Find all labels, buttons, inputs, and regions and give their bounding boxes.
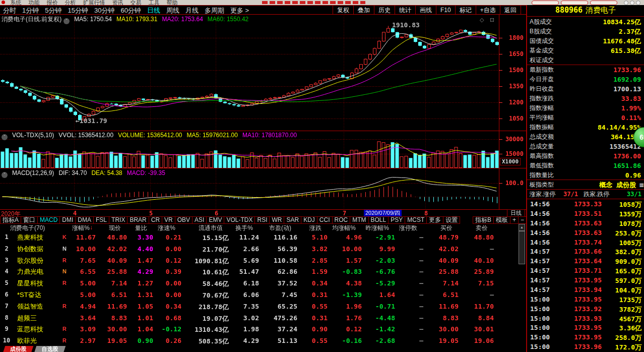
column-header-涨速%[interactable]: 涨速%: [158, 224, 175, 232]
indicator-tab-CR[interactable]: CR: [149, 216, 162, 224]
indicator-tab-ASI[interactable]: ASI: [192, 216, 207, 224]
indicator-tab-MACD[interactable]: MACD: [37, 216, 60, 224]
indicator-tab-VOL-TDX[interactable]: VOL-TDX: [224, 216, 255, 224]
toolbar-button-复权[interactable]: 复权: [333, 6, 354, 15]
stock-name[interactable]: 力鼎光电: [17, 267, 43, 276]
topbar-pill-button[interactable]: [532, 1, 559, 5]
menu-item-报价[interactable]: 报价: [46, 0, 57, 5]
table-row[interactable]: 9蓝思科技R3.0930.001.04-0.121310.43亿1.9837.2…: [0, 324, 518, 335]
column-header-涨跌[interactable]: 涨跌: [309, 224, 321, 232]
table-scrollbar[interactable]: ▲: [518, 224, 526, 347]
indicator-tab-SAR[interactable]: SAR: [284, 216, 301, 224]
column-header-换手%[interactable]: 换手%: [235, 224, 253, 232]
table-row[interactable]: 5星星科技R5.007.141.270.0058.46亿6.1837.520.3…: [0, 278, 518, 289]
diamond-mark-icon[interactable]: ◇: [480, 17, 484, 23]
scrollbar-up-arrow-icon[interactable]: ▲: [519, 224, 525, 231]
stock-name[interactable]: 协创数据: [17, 245, 43, 254]
toolbar-button-叠加[interactable]: 叠加: [354, 6, 374, 15]
chevron-down-icon[interactable]: ˇ: [2, 172, 8, 178]
indicator-tab-FSL[interactable]: FSL: [93, 216, 109, 224]
indicator-tab-更多[interactable]: 更多: [426, 216, 443, 224]
table-row[interactable]: 4力鼎光电N6.5525.884.290.3910.61亿51.4762.861…: [0, 266, 518, 278]
expand-window-icon[interactable]: ⊡: [490, 17, 494, 23]
menu-item-扩展行情[interactable]: 扩展行情: [83, 0, 105, 5]
tab-watchlist[interactable]: 自选股: [34, 346, 66, 352]
toolbar-button-统计[interactable]: 统计: [395, 6, 416, 15]
stock-name[interactable]: 星星科技: [17, 279, 43, 288]
period-indicator[interactable]: 日线: [507, 209, 525, 217]
table-row[interactable]: 8超频三3.648.831.010.6819.07亿3.02475.260.31…: [0, 313, 518, 324]
window-close-icon[interactable]: [636, 1, 640, 5]
indicator-tab-EMV[interactable]: EMV: [206, 216, 224, 224]
topbar-pill-button[interactable]: [590, 1, 617, 5]
stock-name[interactable]: 欧菲光: [17, 336, 37, 345]
indicator-tab-指标B[interactable]: 指标B: [473, 216, 494, 224]
indicator-tab-KDJ[interactable]: KDJ: [301, 216, 317, 224]
grid-icon[interactable]: ▦: [639, 180, 644, 190]
column-header-现价[interactable]: 现价: [109, 224, 121, 232]
indicator-tab-PSY[interactable]: PSY: [388, 216, 405, 224]
toolbar-button-返回[interactable]: 返回: [500, 6, 521, 15]
menu-item-资讯[interactable]: 资讯: [112, 0, 123, 5]
stock-name[interactable]: 燕麦科技: [17, 233, 43, 242]
topbar-pill-button[interactable]: [561, 1, 588, 5]
indicator-tab-DMI[interactable]: DMI: [59, 216, 76, 224]
toolbar-button-+自选[interactable]: +自选: [476, 6, 500, 15]
indicator-tab-指标A[interactable]: 指标A: [0, 216, 21, 224]
scrollbar-thumb[interactable]: [519, 231, 525, 264]
tick-trade-list[interactable]: 14:561733.331058万14:561733.511359万14:561…: [527, 200, 644, 352]
chevron-down-icon[interactable]: ˇ: [2, 134, 8, 140]
column-header-量比[interactable]: 量比: [135, 224, 147, 232]
stock-name[interactable]: 歌尔股份: [17, 256, 43, 265]
column-header-均涨幅%[interactable]: 均涨幅%: [332, 224, 356, 232]
indicator-tab-VR[interactable]: VR: [162, 216, 175, 224]
indicator-tab-模板[interactable]: 模板: [493, 216, 510, 224]
column-header-市盈(动)[interactable]: 市盈(动): [269, 224, 291, 232]
table-row[interactable]: 2协创数据N10.0042.024.400.0021.70亿2.6656.393…: [0, 244, 518, 255]
kline-chart-canvas[interactable]: [0, 14, 526, 210]
column-header-昨涨幅%[interactable]: 昨涨幅%: [365, 224, 389, 232]
menu-item-系统[interactable]: 系统: [10, 0, 21, 5]
stock-name[interactable]: *ST奋达: [17, 290, 41, 300]
indicator-tab-BOLL[interactable]: BOLL: [368, 216, 389, 224]
chart-area[interactable]: 消费电子(日线.前复权)ˇMA5: 1750.54MA10: 1793.31MA…: [0, 14, 526, 210]
indicator-tab-RSI[interactable]: RSI: [254, 216, 270, 224]
indicator-tab-窗口[interactable]: 窗口: [21, 216, 38, 224]
indicator-tab-MCST[interactable]: MCST: [405, 216, 427, 224]
indicator-tab-ROC[interactable]: ROC: [332, 216, 351, 224]
menu-item-交易[interactable]: 交易: [130, 0, 141, 5]
indicator-tab-DMA[interactable]: DMA: [75, 216, 94, 224]
chevron-down-icon[interactable]: ˇ: [63, 18, 70, 24]
indicator-tab-OBV[interactable]: OBV: [175, 216, 192, 224]
toolbar-button-历史[interactable]: 历史: [374, 6, 395, 15]
indicator-tab-+[interactable]: +: [510, 216, 519, 224]
column-header-涨停数[interactable]: 涨停数: [399, 224, 417, 232]
menu-item-功能[interactable]: 功能: [28, 0, 39, 5]
column-header-流通市值[interactable]: 流通市值: [199, 224, 223, 232]
symbol-header[interactable]: 880966消费电子: [527, 5, 644, 17]
toolbar-button-F10[interactable]: F10: [436, 6, 456, 15]
table-row[interactable]: 7领益智造R4.9411.691.050.34218.78亿7.3565.250…: [0, 301, 518, 313]
table-row[interactable]: 1燕麦科技K11.6748.803.300.2115.15亿11.24116.1…: [0, 232, 518, 244]
indicator-tab-MTM[interactable]: MTM: [350, 216, 368, 224]
indicator-tab-−[interactable]: −: [518, 216, 527, 224]
indicator-tab-CCI[interactable]: CCI: [317, 216, 333, 224]
table-row[interactable]: 6*ST奋达5.006.511.310.0070.67亿6.067.450.31…: [0, 289, 518, 301]
indicator-tab-BRAR[interactable]: BRAR: [127, 216, 149, 224]
table-row[interactable]: 3歌尔股份R7.6540.091.470.121090.81亿5.69110.5…: [0, 255, 518, 267]
window-minimize-icon[interactable]: [624, 1, 628, 5]
table-row[interactable]: 10欧菲光R2.9719.050.900.26508.35亿4.2951.130…: [0, 335, 518, 347]
column-header-涨幅%[interactable]: 涨幅%↓: [72, 224, 90, 232]
column-header-买价[interactable]: 买价: [440, 224, 453, 232]
tab-constituents[interactable]: 成份股: [3, 346, 34, 352]
window-maximize-icon[interactable]: [630, 1, 634, 5]
stock-name[interactable]: 蓝思科技: [17, 325, 43, 334]
indicator-tab-TRIX[interactable]: TRIX: [109, 216, 127, 224]
stock-name[interactable]: 超频三: [17, 314, 37, 323]
menu-item-分析[interactable]: 分析: [65, 0, 76, 5]
indicator-tab-设置[interactable]: 设置: [443, 216, 460, 224]
toolbar-button-标记[interactable]: 标记: [456, 6, 476, 15]
stock-name[interactable]: 领益智造: [17, 302, 43, 311]
toolbar-button-画线[interactable]: 画线: [416, 6, 436, 15]
menu-item-帮助[interactable]: 帮助: [166, 0, 177, 5]
